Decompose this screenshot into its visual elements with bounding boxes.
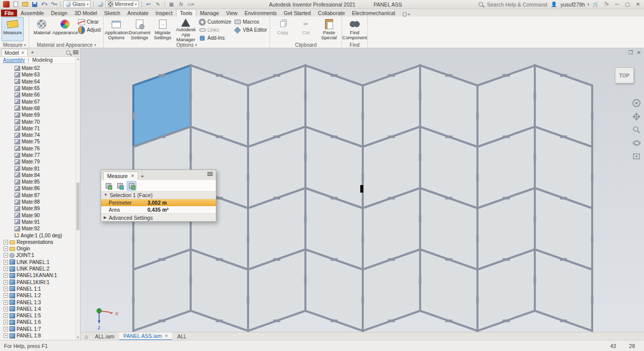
look-at-icon[interactable] [632, 152, 640, 160]
scroll-down-icon[interactable]: ▼ [76, 335, 80, 340]
help-icon[interactable]: ?▾ [602, 1, 610, 8]
ribbon-tab-design[interactable]: Design [47, 10, 71, 17]
ribbon-tab-view[interactable]: View [222, 10, 241, 17]
selection-header[interactable]: ▼ Selection 1 (Face) [101, 192, 216, 199]
tree-item-mate-92[interactable]: Mate:92 [0, 225, 80, 232]
tree-item-panel-1-2[interactable]: +PANEL 1:2 [0, 292, 80, 299]
minimize-button[interactable]: ─ [613, 2, 621, 7]
paste-special-button[interactable]: Paste Special [318, 17, 340, 41]
browser-tab-model[interactable]: Model✕ [2, 49, 28, 56]
customize-button[interactable]: Customize [198, 18, 232, 26]
appearance-select[interactable]: Mirrored ▾ [106, 1, 139, 8]
ribbon-group-label-material-appearance[interactable]: Material and Appearance▾ [29, 42, 103, 48]
inventor-app-icon[interactable] [2, 1, 10, 8]
material-button[interactable]: Material [31, 17, 53, 41]
browser-mode-modeling[interactable]: Modeling [32, 57, 53, 63]
tree-item-link-panel-2[interactable]: +LINK PANEL:2 [0, 266, 80, 272]
expand-icon[interactable]: + [4, 273, 8, 278]
view-cube[interactable]: TOP [615, 67, 634, 83]
application-options-button[interactable]: Application Options [105, 17, 127, 41]
expand-icon[interactable]: + [4, 287, 8, 291]
autodesk-app-manager-button[interactable]: Autodesk App Manager [175, 17, 197, 41]
tree-item-mate-64[interactable]: Mate:64 [0, 78, 80, 85]
tree-item-mate-62[interactable]: Mate:62 [0, 65, 80, 71]
ribbon-tab-tools[interactable]: Tools [176, 9, 197, 17]
tree-item-panel-1-8[interactable]: +PANEL 1:8 [0, 332, 80, 339]
expand-icon[interactable]: + [4, 246, 8, 251]
tree-item-panel-1-3[interactable]: +PANEL 1:3 [0, 299, 80, 305]
zoom-icon[interactable] [632, 126, 640, 134]
ribbon-group-label-clipboard[interactable]: Clipboard [270, 42, 342, 48]
ribbon-tab-collaborate[interactable]: Collaborate [314, 10, 349, 17]
expand-icon[interactable]: + [4, 267, 8, 271]
measure-menu-icon[interactable] [207, 172, 213, 176]
tree-item-mate-86[interactable]: Mate:86 [0, 185, 80, 192]
tree-item-link-panel-1[interactable]: +LINK PANEL:1 [0, 259, 80, 266]
ribbon-tab-electromechanical[interactable]: Electromechanical [349, 10, 399, 17]
advanced-settings-row[interactable]: ▶ Advanced Settings [101, 213, 216, 221]
full-navigation-wheel-icon[interactable] [632, 99, 641, 108]
expand-icon[interactable]: + [4, 253, 8, 257]
ribbon-tab-file[interactable]: File [1, 10, 17, 17]
material-select[interactable]: Glass ▾ [63, 1, 91, 8]
document-settings-button[interactable]: Document Settings [128, 17, 150, 41]
expand-icon[interactable]: + [4, 313, 8, 318]
help-search-input[interactable] [487, 2, 547, 8]
tree-item-mate-87[interactable]: Mate:87 [0, 192, 80, 199]
find-component-button[interactable]: Find Component [344, 17, 366, 41]
ribbon-group-label-find[interactable]: Find [342, 42, 367, 48]
tree-item-panel1kanan-1[interactable]: +PANEL1KANAN:1 [0, 272, 80, 279]
tree-item-mate-63[interactable]: Mate:63 [0, 71, 80, 78]
links-button[interactable]: Links [198, 26, 232, 34]
browser-search-icon[interactable] [66, 50, 70, 55]
tree-item-origin[interactable]: +Origin [0, 245, 80, 252]
ribbon-tab-3d-model[interactable]: 3D Model [71, 10, 101, 17]
ribbon-tab-assemble[interactable]: Assemble [17, 10, 47, 17]
tree-item-mate-81[interactable]: Mate:81 [0, 165, 80, 171]
migrate-settings-button[interactable]: Migrate Settings [151, 17, 174, 41]
chevron-down-icon[interactable]: ▾ [587, 3, 589, 6]
expand-icon[interactable]: + [4, 333, 8, 338]
cut-button[interactable]: ✂ Cut [295, 17, 317, 41]
close-icon[interactable]: ✕ [21, 50, 25, 55]
copy-button[interactable]: Copy [272, 17, 294, 41]
clear-button[interactable]: Clear [77, 18, 102, 26]
ribbon-tab-get-started[interactable]: Get Started [280, 10, 314, 17]
expand-icon[interactable]: + [4, 293, 8, 298]
tree-item-mate-77[interactable]: Mate:77 [0, 152, 80, 158]
tree-item-joint-1[interactable]: +JOINT:1 [0, 252, 80, 258]
return-icon[interactable]: ↩ [144, 1, 152, 8]
doc-tab-all-iam[interactable]: ALL.iam [91, 332, 119, 340]
tree-item-panel-1-5[interactable]: +PANEL 1:5 [0, 312, 80, 319]
appearance-sphere-icon[interactable] [96, 1, 104, 8]
expand-icon[interactable]: + [4, 240, 8, 244]
measure-dialog-titlebar[interactable]: Measure ✕ + [101, 170, 216, 180]
orbit-icon[interactable] [632, 139, 641, 147]
measure-dialog-tab[interactable]: Measure ✕ [103, 171, 138, 180]
scrollbar-thumb[interactable] [76, 183, 79, 230]
tree-item-mate-85[interactable]: Mate:85 [0, 179, 80, 185]
expand-icon[interactable]: + [4, 300, 8, 305]
ribbon-tab-inspect[interactable]: Inspect [152, 10, 176, 17]
tree-item-mate-69[interactable]: Mate:69 [0, 112, 80, 118]
select-face-icon[interactable] [127, 181, 136, 191]
ribbon-tab-environments[interactable]: Environments [241, 10, 280, 17]
tree-item-panel-1-1[interactable]: +PANEL 1:1 [0, 286, 80, 292]
close-button[interactable]: ✕ [634, 2, 642, 7]
measure-button[interactable]: Measure [2, 17, 24, 41]
ribbon-group-label-measure[interactable]: Measure▾ [0, 42, 29, 48]
appearance-button[interactable]: Appearance [54, 17, 76, 41]
signed-in-user[interactable]: yusuf279h [560, 2, 585, 8]
tree-item-mate-88[interactable]: Mate:88 [0, 199, 80, 205]
close-icon[interactable]: ✕ [165, 333, 169, 338]
addins-button[interactable]: Add-Ins [198, 34, 232, 42]
redo-icon[interactable]: ↷▾ [50, 1, 58, 8]
tree-item-panel-1-7[interactable]: +PANEL 1:7 [0, 326, 80, 332]
open-file-icon[interactable] [21, 1, 29, 8]
tree-item-mate-65[interactable]: Mate:65 [0, 85, 80, 92]
browser-mode-assembly[interactable]: Assembly [3, 57, 25, 63]
macros-button[interactable]: Macros [233, 18, 268, 26]
ribbon-group-label-options[interactable]: Options▾ [104, 42, 270, 48]
sketch-icon[interactable]: ✎ [154, 1, 162, 8]
select-component-icon[interactable] [104, 181, 113, 191]
